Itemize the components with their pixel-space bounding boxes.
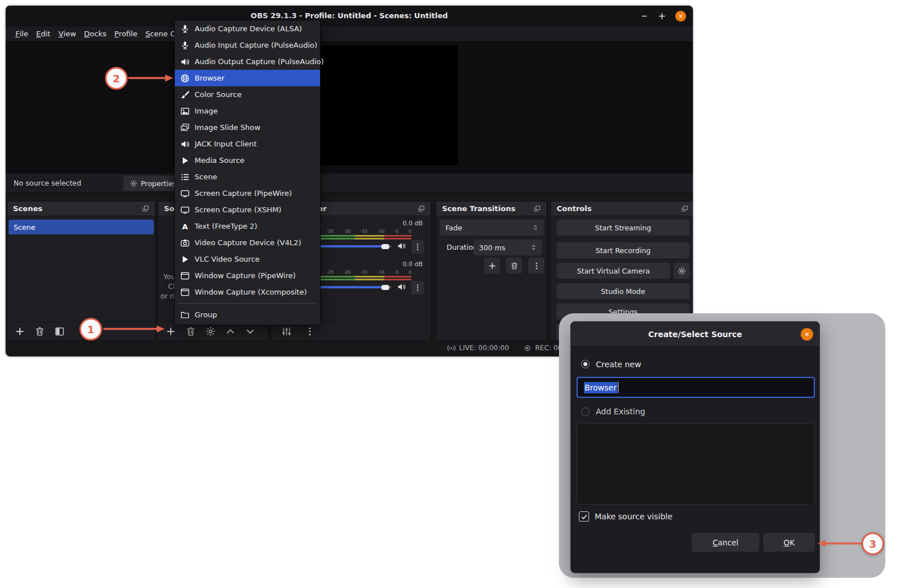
ok-button[interactable]: OK bbox=[763, 533, 815, 552]
gear-icon bbox=[130, 180, 137, 187]
updown-arrows-icon bbox=[527, 243, 537, 251]
dialog-header: Create/Select Source bbox=[571, 322, 819, 347]
add-scene-button[interactable] bbox=[15, 326, 25, 337]
titlebar[interactable]: OBS 29.1.3 - Profile: Untitled - Scenes:… bbox=[6, 6, 693, 26]
existing-sources-list[interactable] bbox=[577, 423, 815, 505]
mixer-menu-button[interactable] bbox=[305, 326, 315, 337]
paintbrush-icon bbox=[180, 90, 190, 99]
transition-menu-button[interactable] bbox=[528, 258, 544, 274]
remove-transition-button[interactable] bbox=[506, 258, 522, 274]
source-menu-item[interactable]: JACK Input Client bbox=[175, 136, 320, 152]
play-icon bbox=[180, 255, 190, 264]
obs-main-window: OBS 29.1.3 - Profile: Untitled - Scenes:… bbox=[5, 5, 694, 358]
microphone-icon bbox=[180, 41, 190, 50]
source-menu-item[interactable]: Window Capture (PipeWire) bbox=[175, 267, 320, 284]
speaker-icon[interactable] bbox=[397, 283, 406, 291]
source-menu-item[interactable]: VLC Video Source bbox=[175, 251, 320, 267]
menu-view[interactable]: View bbox=[54, 26, 80, 41]
source-menu-item[interactable]: Window Capture (Xcomposite) bbox=[175, 284, 320, 300]
menu-edit[interactable]: Edit bbox=[32, 26, 54, 41]
add-existing-radio[interactable] bbox=[581, 408, 590, 416]
source-menu-item[interactable]: AText (FreeType 2) bbox=[175, 218, 320, 234]
speaker-icon[interactable] bbox=[397, 242, 406, 250]
menu-item-label: Video Capture Device (V4L2) bbox=[195, 238, 301, 247]
scene-filters-button[interactable] bbox=[54, 326, 65, 337]
studio-mode-button[interactable]: Studio Mode bbox=[557, 283, 689, 299]
start-recording-button[interactable]: Start Recording bbox=[557, 242, 689, 258]
scenes-dock-title: Scenes bbox=[13, 204, 43, 213]
scene-list-item[interactable]: Scene bbox=[9, 220, 154, 234]
source-menu-item[interactable]: Screen Capture (XSHM) bbox=[175, 201, 320, 218]
dialog-close-button[interactable] bbox=[801, 328, 813, 341]
scene-transitions-dock: Scene Transitions Fade Duration 300 ms bbox=[436, 201, 547, 341]
volume-db-label: 0.0 dB bbox=[402, 220, 423, 227]
move-source-down-button[interactable] bbox=[245, 326, 255, 337]
annotation-step-1: 1 bbox=[79, 318, 102, 341]
add-source-button[interactable] bbox=[166, 326, 176, 337]
live-time: LIVE: 00:00:00 bbox=[459, 344, 509, 352]
popout-icon bbox=[418, 205, 425, 212]
annotation-step-2: 2 bbox=[105, 67, 128, 90]
scenes-dock: Scenes Scene bbox=[7, 201, 155, 341]
minimize-icon[interactable] bbox=[640, 12, 649, 20]
source-menu-item[interactable]: Media Source bbox=[175, 152, 320, 169]
cancel-button[interactable]: Cancel bbox=[692, 533, 759, 552]
text-caret bbox=[618, 382, 619, 393]
transition-select[interactable]: Fade bbox=[440, 220, 544, 236]
source-menu-item-group[interactable]: Group bbox=[175, 306, 320, 323]
source-menu-item[interactable]: Color Source bbox=[175, 86, 320, 103]
duration-spinbox[interactable]: 300 ms bbox=[474, 240, 542, 255]
screenshot-stage: OBS 29.1.3 - Profile: Untitled - Scenes:… bbox=[0, 0, 921, 588]
duration-label: Duration bbox=[447, 243, 477, 251]
maximize-icon[interactable] bbox=[658, 12, 666, 20]
display-icon bbox=[180, 205, 190, 215]
move-source-up-button[interactable] bbox=[225, 326, 235, 337]
menu-item-label: Media Source bbox=[195, 156, 245, 165]
source-name-value: Browser bbox=[584, 382, 617, 393]
create-new-label: Create new bbox=[596, 360, 641, 369]
volume-slider-handle[interactable] bbox=[381, 285, 389, 290]
annotation-arrow-3 bbox=[818, 539, 861, 548]
remove-scene-button[interactable] bbox=[35, 326, 45, 337]
speaker-icon bbox=[180, 57, 190, 66]
audio-options-button[interactable] bbox=[411, 281, 424, 295]
close-button[interactable] bbox=[675, 11, 686, 22]
menu-file[interactable]: File bbox=[11, 26, 32, 41]
advanced-audio-button[interactable] bbox=[281, 326, 292, 337]
menu-item-label: Image Slide Show bbox=[195, 123, 260, 132]
source-name-input[interactable]: Browser bbox=[577, 377, 815, 398]
window-controls bbox=[640, 6, 686, 26]
source-menu-item[interactable]: Audio Input Capture (PulseAudio) bbox=[175, 37, 320, 53]
start-streaming-button[interactable]: Start Streaming bbox=[557, 220, 689, 236]
menu-item-label: Text (FreeType 2) bbox=[195, 222, 257, 230]
source-menu-item[interactable]: Audio Output Capture (PulseAudio) bbox=[175, 53, 320, 70]
source-menu-item[interactable]: Image bbox=[175, 103, 320, 119]
remove-source-button[interactable] bbox=[186, 326, 196, 337]
audio-options-button[interactable] bbox=[411, 240, 424, 254]
make-source-visible-checkbox[interactable] bbox=[579, 511, 589, 522]
live-status: LIVE: 00:00:00 bbox=[447, 339, 509, 356]
source-menu-item[interactable]: Scene bbox=[175, 169, 320, 185]
add-transition-button[interactable] bbox=[484, 258, 500, 274]
popout-icon bbox=[681, 205, 688, 212]
source-menu-item[interactable]: Screen Capture (PipeWire) bbox=[175, 185, 320, 201]
menu-item-label: Image bbox=[195, 107, 218, 115]
source-menu-item-browser[interactable]: Browser bbox=[175, 70, 320, 86]
menu-item-label: Screen Capture (PipeWire) bbox=[195, 189, 292, 198]
create-new-radio[interactable] bbox=[581, 360, 590, 368]
volume-slider-handle[interactable] bbox=[381, 244, 389, 249]
menu-item-label: Scene bbox=[195, 173, 217, 181]
start-virtual-camera-button[interactable]: Start Virtual Camera bbox=[557, 263, 670, 279]
source-properties-button[interactable] bbox=[205, 326, 216, 337]
menu-profile[interactable]: Profile bbox=[110, 26, 141, 41]
source-menu-item[interactable]: Audio Capture Device (ALSA) bbox=[175, 20, 320, 37]
source-menu-item[interactable]: Video Capture Device (V4L2) bbox=[175, 234, 320, 251]
source-menu-item[interactable]: Image Slide Show bbox=[175, 119, 320, 136]
microphone-icon bbox=[180, 24, 190, 33]
trash-icon bbox=[510, 262, 519, 270]
menu-docks[interactable]: Docks bbox=[80, 26, 110, 41]
window-icon bbox=[180, 288, 190, 297]
text-icon: A bbox=[180, 222, 190, 231]
record-icon bbox=[523, 344, 532, 352]
virtual-camera-settings-button[interactable] bbox=[674, 263, 689, 279]
